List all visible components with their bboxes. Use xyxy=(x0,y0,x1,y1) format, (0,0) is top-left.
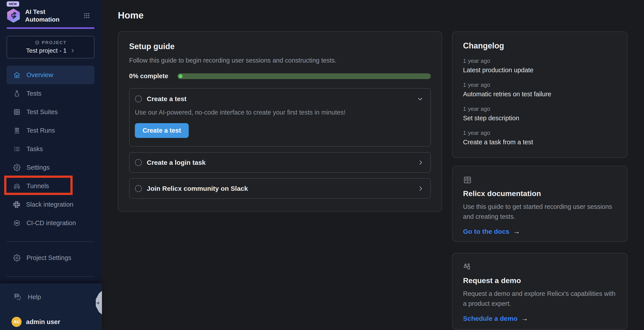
changelog-entry-title: Latest production update xyxy=(463,67,616,74)
request-demo-title: Request a demo xyxy=(463,276,616,285)
tunnel-icon xyxy=(13,182,20,190)
changelog-time: 1 year ago xyxy=(463,106,616,112)
chevron-down-icon[interactable] xyxy=(417,95,424,102)
new-badge: NEW xyxy=(6,1,19,6)
sidebar-item-test-runs[interactable]: Test Runs xyxy=(6,121,94,140)
sidebar-footer: ? Help AU admin user xyxy=(0,283,102,330)
changelog-entry-title: Create a task from a test xyxy=(463,139,616,146)
step-title: Create a test xyxy=(147,95,186,103)
sidebar-item-tasks[interactable]: Tasks xyxy=(6,140,94,158)
step-title: Create a login task xyxy=(147,159,206,166)
changelog-card: Changelog 1 year ago Latest production u… xyxy=(452,31,628,158)
documentation-description: Use this guide to get started recording … xyxy=(463,202,616,222)
app-logo-icon xyxy=(6,8,20,23)
user-menu[interactable]: AU admin user xyxy=(6,317,94,327)
changelog-list: 1 year ago Latest production update 1 ye… xyxy=(463,57,616,146)
step-description: Use our AI-powered, no-code interface to… xyxy=(135,109,424,116)
sidebar-item-settings[interactable]: Settings xyxy=(6,158,94,177)
request-demo-card: Request a demo Request a demo and explor… xyxy=(452,253,628,330)
sidebar-item-label: Project Settings xyxy=(26,254,71,262)
avatar: AU xyxy=(12,317,22,327)
sidebar-item-slack-integration[interactable]: Slack integration xyxy=(6,195,94,214)
progress-bar xyxy=(178,73,431,79)
changelog-entry: 1 year ago Set step description xyxy=(463,106,616,122)
flask-icon xyxy=(13,90,20,97)
setup-guide-title: Setup guide xyxy=(129,42,431,51)
step-status-circle-icon xyxy=(135,185,142,192)
changelog-time: 1 year ago xyxy=(463,130,616,136)
changelog-entry-title: Automatic retries on test failure xyxy=(463,91,616,98)
svg-text:?: ? xyxy=(16,294,18,297)
project-selector[interactable]: PROJECT Test project - 1 xyxy=(6,36,94,58)
sidebar-nav: Overview Tests Test Suites xyxy=(6,66,94,232)
package-icon xyxy=(35,40,40,45)
sidebar-item-tests[interactable]: Tests xyxy=(6,84,94,103)
changelog-entry: 1 year ago Latest production update xyxy=(463,57,616,74)
sidebar-item-cicd-integration[interactable]: CI-CD integration xyxy=(6,214,94,232)
brand-accent-divider xyxy=(6,27,94,29)
go-to-docs-link[interactable]: Go to the docs xyxy=(463,228,509,235)
progress-label: 0% complete xyxy=(129,72,168,80)
arrow-right-icon: → xyxy=(513,227,520,235)
step-status-circle-icon xyxy=(135,95,142,102)
documentation-title: Relicx documentation xyxy=(463,189,616,198)
step-join-relicx-community[interactable]: Join Relicx community on Slack xyxy=(129,178,431,199)
schedule-demo-link[interactable]: Schedule a demo xyxy=(463,315,518,322)
collapse-arrow-icon: ◀ xyxy=(96,301,99,305)
changelog-time: 1 year ago xyxy=(463,57,616,64)
chevron-right-icon xyxy=(418,160,424,166)
people-icon xyxy=(463,263,616,271)
test-tubes-icon xyxy=(13,127,20,134)
arrow-right-icon: → xyxy=(521,314,528,323)
step-create-a-test: Create a test Use our AI-powered, no-cod… xyxy=(129,88,431,147)
grid-table-icon xyxy=(13,108,20,116)
progress-dot xyxy=(178,74,182,78)
cicd-hexagon-icon xyxy=(13,219,20,227)
project-name: Test project - 1 xyxy=(26,47,67,54)
changelog-entry: 1 year ago Automatic retries on test fai… xyxy=(463,82,616,98)
gear-icon xyxy=(13,254,20,262)
sidebar-item-tunnels[interactable]: Tunnels xyxy=(6,177,94,195)
request-demo-description: Request a demo and explore Relicx's capa… xyxy=(463,289,616,309)
help-chat-icon: ? xyxy=(13,293,22,301)
step-status-circle-icon xyxy=(135,159,142,166)
sidebar-item-label: Tasks xyxy=(26,145,43,153)
sidebar-item-label: CI-CD integration xyxy=(26,219,76,227)
create-a-test-button[interactable]: Create a test xyxy=(135,123,189,138)
setup-progress: 0% complete xyxy=(129,72,431,80)
app-launcher-grid-icon[interactable] xyxy=(84,12,90,19)
project-label: PROJECT xyxy=(42,40,67,45)
user-name: admin user xyxy=(26,318,60,326)
help-button[interactable]: ? Help xyxy=(6,290,94,304)
brand: AI Test Automation xyxy=(6,8,94,23)
setup-guide-card: Setup guide Follow this guide to begin r… xyxy=(118,31,442,212)
page-title: Home xyxy=(118,10,144,21)
chevron-right-icon xyxy=(418,185,424,192)
help-label: Help xyxy=(28,294,41,301)
changelog-title: Changelog xyxy=(463,41,616,50)
home-icon xyxy=(13,71,20,79)
setup-guide-description: Follow this guide to begin recording use… xyxy=(129,57,431,64)
sidebar-item-overview[interactable]: Overview xyxy=(6,66,94,84)
changelog-entry: 1 year ago Create a task from a test xyxy=(463,130,616,146)
sidebar-item-label: Overview xyxy=(26,71,53,79)
sidebar-section-project-settings: Project Settings xyxy=(6,248,94,267)
documentation-card: Relicx documentation Use this guide to g… xyxy=(452,166,628,242)
sidebar-divider xyxy=(6,241,94,242)
book-icon xyxy=(463,175,616,184)
step-title: Join Relicx community on Slack xyxy=(147,185,248,192)
sidebar: NEW AI Test Automation xyxy=(0,0,102,330)
step-header[interactable]: Create a test xyxy=(135,95,424,103)
sidebar-item-label: Settings xyxy=(26,164,50,171)
sidebar-item-label: Tests xyxy=(26,90,42,97)
changelog-time: 1 year ago xyxy=(463,82,616,88)
step-create-a-login-task[interactable]: Create a login task xyxy=(129,152,431,173)
task-list-icon xyxy=(13,145,20,153)
changelog-entry-title: Set step description xyxy=(463,115,616,122)
sidebar-item-label: Test Runs xyxy=(26,127,55,134)
sidebar-item-label: Tunnels xyxy=(26,182,49,190)
gear-icon xyxy=(13,164,20,171)
sidebar-item-project-settings[interactable]: Project Settings xyxy=(6,248,94,267)
sidebar-item-test-suites[interactable]: Test Suites xyxy=(6,103,94,121)
chevron-right-icon xyxy=(70,48,75,53)
